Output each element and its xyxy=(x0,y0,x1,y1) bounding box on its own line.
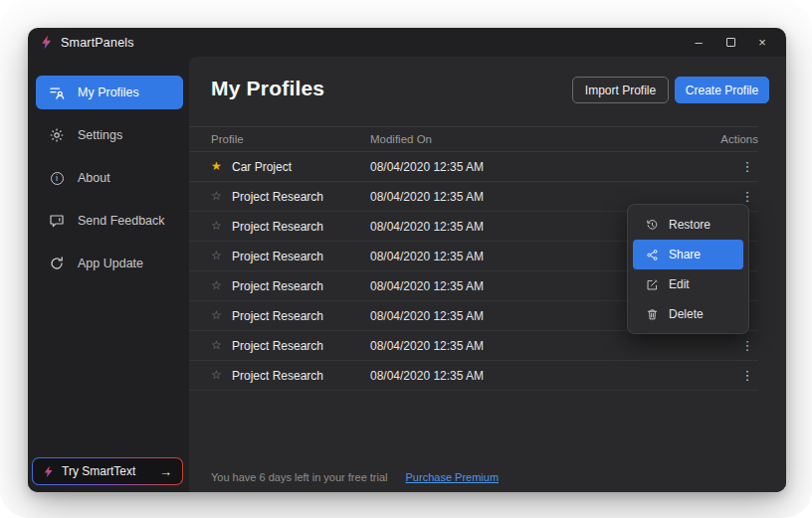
profiles-icon xyxy=(49,85,65,100)
info-icon: i xyxy=(49,170,65,186)
menu-item-label: Share xyxy=(669,248,701,261)
column-header-actions: Actions xyxy=(720,133,758,145)
sidebar-item-label: Settings xyxy=(78,128,122,142)
import-profile-button[interactable]: Import Profile xyxy=(572,77,669,103)
sidebar: My Profiles Settings i About xyxy=(28,57,189,492)
create-profile-button[interactable]: Create Profile xyxy=(675,77,769,103)
app-title: SmartPanels xyxy=(61,36,134,50)
profile-name: Project Research xyxy=(232,369,323,383)
edit-icon xyxy=(646,278,659,291)
row-actions-kebab-icon[interactable]: ⋮ xyxy=(738,365,756,387)
column-header-profile: Profile xyxy=(211,133,244,145)
bolt-icon xyxy=(42,465,55,478)
star-icon[interactable]: ★ xyxy=(211,159,222,173)
window-controls: – × xyxy=(683,28,778,57)
share-icon xyxy=(646,249,659,261)
menu-item-label: Restore xyxy=(669,218,710,232)
menu-item-edit[interactable]: Edit xyxy=(633,269,743,299)
modified-date: 08/04/2020 12:35 AM xyxy=(370,309,484,323)
modified-date: 08/04/2020 12:35 AM xyxy=(370,220,484,234)
star-icon[interactable]: ☆ xyxy=(211,278,222,292)
star-icon[interactable]: ☆ xyxy=(211,219,222,233)
main-panel: My Profiles Import Profile Create Profil… xyxy=(189,57,786,492)
profile-name: Car Project xyxy=(232,160,292,174)
profile-name: Project Research xyxy=(232,220,323,234)
page-title: My Profiles xyxy=(211,77,324,100)
profile-name: Project Research xyxy=(232,190,323,204)
sidebar-nav: My Profiles Settings i About xyxy=(36,76,183,280)
feedback-bubble-icon xyxy=(49,213,65,229)
sidebar-item-my-profiles[interactable]: My Profiles xyxy=(36,76,183,109)
table-row[interactable]: ★ Car Project 08/04/2020 12:35 AM ⋮ xyxy=(189,152,758,182)
minimize-button[interactable]: – xyxy=(683,28,714,57)
menu-item-label: Delete xyxy=(669,307,704,321)
close-button[interactable]: × xyxy=(746,28,778,57)
star-icon[interactable]: ☆ xyxy=(211,368,222,382)
sidebar-item-send-feedback[interactable]: Send Feedback xyxy=(36,204,183,238)
sidebar-item-label: Send Feedback xyxy=(78,214,165,228)
table-row[interactable]: ☆ Project Research 08/04/2020 12:35 AM ⋮ xyxy=(189,331,758,361)
sidebar-item-about[interactable]: i About xyxy=(36,161,183,195)
maximize-icon xyxy=(726,38,735,47)
sidebar-item-label: My Profiles xyxy=(78,86,139,99)
menu-item-label: Edit xyxy=(669,277,690,291)
star-icon[interactable]: ☆ xyxy=(211,308,222,322)
try-smarttext-label: Try SmartText xyxy=(62,464,152,478)
profile-name: Project Research xyxy=(232,339,323,353)
sidebar-item-app-update[interactable]: App Update xyxy=(36,247,183,280)
sidebar-item-label: App Update xyxy=(78,257,143,270)
row-actions-context-menu: Restore Share Edit xyxy=(627,204,749,334)
profile-name: Project Research xyxy=(232,279,323,293)
maximize-button[interactable] xyxy=(714,28,746,57)
row-actions-kebab-icon[interactable]: ⋮ xyxy=(738,335,756,357)
app-logo-bolt-icon xyxy=(39,35,54,50)
modified-date: 08/04/2020 12:35 AM xyxy=(370,279,484,293)
refresh-icon xyxy=(49,256,65,271)
screenshot-frame: SmartPanels – × My Profiles xyxy=(0,0,812,518)
modified-date: 08/04/2020 12:35 AM xyxy=(370,250,484,263)
trial-text: You have 6 days left in your free trial xyxy=(211,471,388,483)
restore-icon xyxy=(646,219,659,232)
try-smarttext-button[interactable]: Try SmartText → xyxy=(32,457,183,485)
app-window: SmartPanels – × My Profiles xyxy=(28,28,786,492)
row-actions-kebab-icon[interactable]: ⋮ xyxy=(738,156,756,178)
profile-name: Project Research xyxy=(232,250,323,263)
menu-item-delete[interactable]: Delete xyxy=(633,299,743,329)
menu-item-share[interactable]: Share xyxy=(633,240,743,269)
trial-footer: You have 6 days left in your free trial … xyxy=(211,471,499,483)
arrow-right-icon: → xyxy=(159,464,172,479)
gear-icon xyxy=(49,127,65,143)
sidebar-item-label: About xyxy=(78,171,110,185)
star-icon[interactable]: ☆ xyxy=(211,249,222,262)
modified-date: 08/04/2020 12:35 AM xyxy=(370,369,484,383)
profile-name: Project Research xyxy=(232,309,323,323)
column-header-modified-on: Modified On xyxy=(370,133,432,145)
table-row[interactable]: ☆ Project Research 08/04/2020 12:35 AM ⋮ xyxy=(189,361,758,391)
table-header: Profile Modified On Actions xyxy=(189,126,758,152)
trash-icon xyxy=(646,308,659,321)
menu-item-restore[interactable]: Restore xyxy=(633,210,743,240)
title-bar: SmartPanels – × xyxy=(28,28,786,57)
modified-date: 08/04/2020 12:35 AM xyxy=(370,190,484,204)
modified-date: 08/04/2020 12:35 AM xyxy=(370,160,484,174)
modified-date: 08/04/2020 12:35 AM xyxy=(370,339,484,353)
sidebar-item-settings[interactable]: Settings xyxy=(36,118,183,152)
purchase-premium-link[interactable]: Purchase Premium xyxy=(406,471,500,483)
star-icon[interactable]: ☆ xyxy=(211,338,222,352)
star-icon[interactable]: ☆ xyxy=(211,189,222,203)
